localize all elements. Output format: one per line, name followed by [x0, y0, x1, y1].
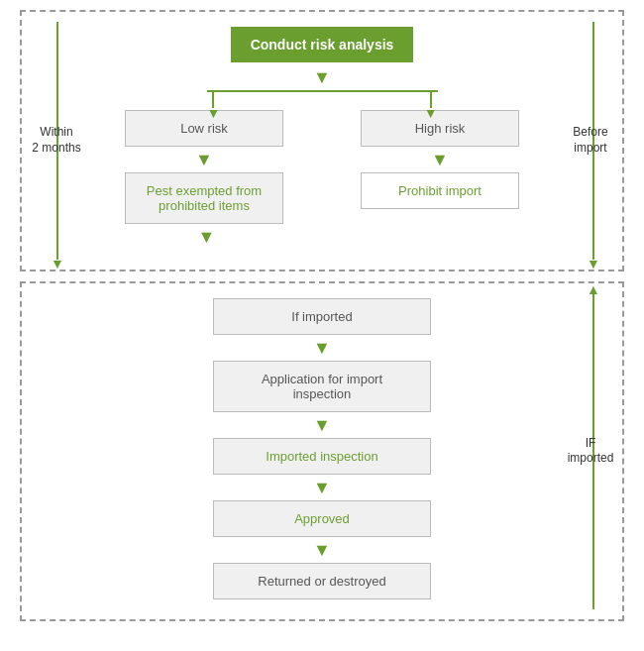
high-risk-column: High risk ▼ Prohibit import	[327, 110, 553, 209]
diagram-wrapper: Within 2 months Before import Conduct ri…	[0, 0, 644, 631]
imported-inspection-box: Imported inspection	[213, 438, 431, 475]
before-import-label: Before import	[561, 125, 620, 156]
prohibit-import-box: Prohibit import	[361, 172, 519, 209]
conduct-risk-analysis-box: Conduct risk analysis	[231, 27, 414, 62]
arrow-3: ▼	[313, 479, 331, 496]
application-for-import-box: Application for import inspection	[213, 361, 431, 412]
arrow-bottom-left: ▼	[198, 228, 216, 246]
left-branch-line: ▼	[207, 90, 221, 120]
header-row: Conduct risk analysis	[32, 27, 612, 62]
low-risk-box: Low risk	[125, 110, 283, 147]
bottom-flow: If imported ▼ Application for import ins…	[101, 298, 543, 599]
if-imported-side-label: IF imported	[561, 436, 620, 467]
approved-box: Approved	[213, 500, 431, 537]
risk-columns: Low risk ▼ Pest exempted from prohibited…	[91, 110, 553, 224]
arrow-4: ▼	[313, 541, 331, 559]
high-risk-box: High risk	[361, 110, 519, 147]
arrow-high-risk: ▼	[431, 151, 449, 168]
arrow-low-risk: ▼	[195, 151, 213, 168]
arrow-from-risk: ▼	[32, 68, 612, 86]
within-2-months-label: Within 2 months	[27, 125, 86, 156]
if-imported-box: If imported	[213, 298, 431, 335]
branch-connector: ▼ ▼	[91, 90, 553, 110]
top-section: Within 2 months Before import Conduct ri…	[20, 10, 624, 271]
returned-or-destroyed-box: Returned or destroyed	[213, 563, 431, 599]
arrow-2: ▼	[313, 416, 331, 434]
arrow-1: ▼	[313, 339, 331, 357]
low-risk-column: Low risk ▼ Pest exempted from prohibited…	[91, 110, 317, 224]
pest-exempted-box: Pest exempted from prohibited items	[125, 172, 283, 224]
right-branch-line: ▼	[424, 90, 438, 120]
bottom-section: IF imported If imported ▼ Application fo…	[20, 281, 624, 621]
